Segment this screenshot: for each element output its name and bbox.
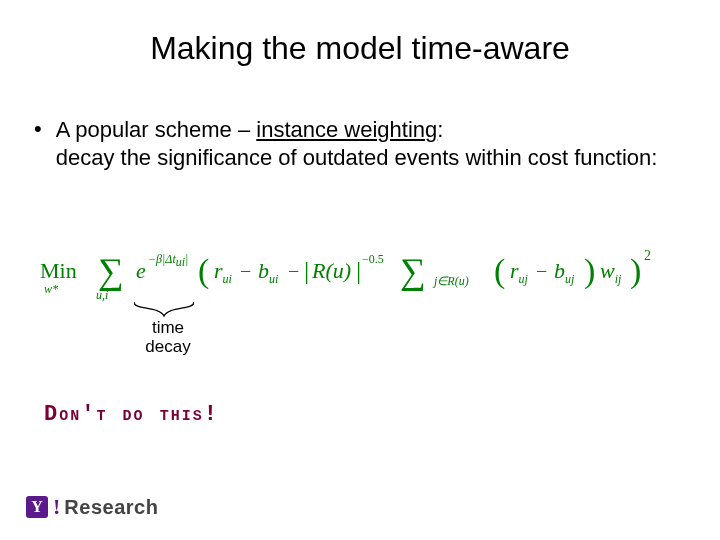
formula-Ru: R(u) — [312, 258, 351, 284]
formula-lparen-inner: ( — [494, 252, 505, 290]
underbrace-label: timedecay — [128, 318, 208, 356]
bullet-marker: • — [34, 116, 42, 142]
formula-min-sub: w* — [44, 282, 58, 297]
formula-sigma-outer-sub: u,i — [96, 288, 108, 303]
formula-square: 2 — [644, 248, 651, 264]
formula-rui: rui — [214, 258, 232, 287]
formula-minus-1: − — [240, 260, 251, 283]
footer-research-label: Research — [64, 496, 158, 519]
formula-lparen-outer: ( — [198, 252, 209, 290]
formula-exp-e: e — [136, 258, 146, 284]
bullet-item: • A popular scheme – instance weighting:… — [34, 116, 657, 172]
bullet-lead: A popular scheme – — [56, 117, 257, 142]
bullet-colon: : — [437, 117, 443, 142]
footer-logo: Y ! Research — [26, 494, 158, 520]
formula-rparen-outer: ) — [630, 252, 641, 290]
yahoo-y-icon: Y — [26, 496, 48, 518]
formula-sigma-inner-sub: j∈R(u) — [434, 274, 469, 289]
warning-text: Don't do this! — [44, 402, 219, 427]
yahoo-exclaim-icon: ! — [53, 494, 60, 520]
formula-sigma-outer: ∑ — [98, 250, 124, 292]
formula-bui: bui — [258, 258, 278, 287]
formula-min: Min — [40, 258, 77, 284]
formula-buj: buj — [554, 258, 574, 287]
bullet-underlined: instance weighting — [256, 117, 437, 142]
formula-exp-sup: −β|Δtui| — [148, 252, 188, 270]
formula-ruj: ruj — [510, 258, 528, 287]
formula-minus-2: − — [288, 260, 299, 283]
formula-neg-exp: −0.5 — [362, 252, 384, 267]
formula-minus-3: − — [536, 260, 547, 283]
slide: Making the model time-aware • A popular … — [0, 0, 720, 540]
bullet-text: A popular scheme – instance weighting: d… — [56, 116, 658, 172]
bullet-line2: decay the significance of outdated event… — [56, 145, 658, 170]
underbrace-icon — [134, 300, 194, 318]
formula-vbar-2: | — [356, 256, 361, 286]
formula-sigma-inner: ∑ — [400, 250, 426, 292]
formula-vbar-1: | — [304, 256, 309, 286]
formula-wij: wij — [600, 258, 621, 287]
slide-title: Making the model time-aware — [0, 30, 720, 67]
formula-rparen-inner: ) — [584, 252, 595, 290]
